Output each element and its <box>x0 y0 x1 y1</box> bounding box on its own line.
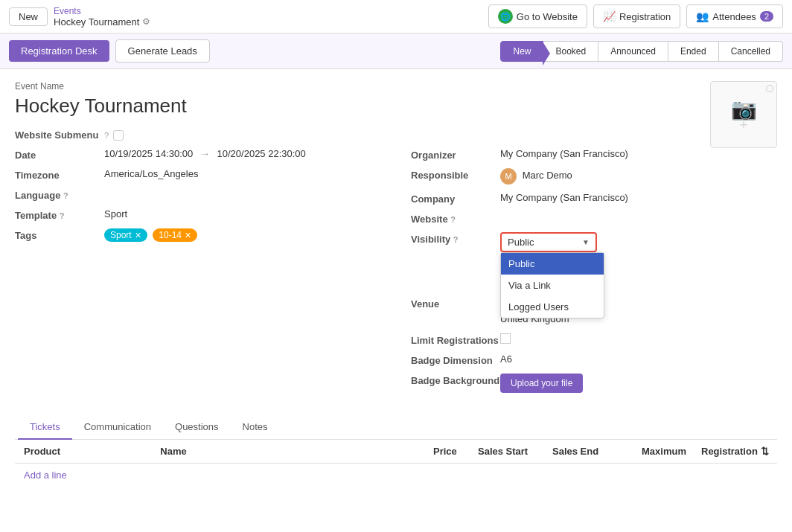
top-actions: 🌐 Go to Website 📈 Registration 👥 Attende… <box>488 4 783 28</box>
template-label: Template ? <box>15 208 104 221</box>
template-field-row: Template ? Sport <box>15 208 381 221</box>
event-name-label: Event Name <box>15 81 777 92</box>
website-submenu-checkbox[interactable] <box>113 130 124 141</box>
status-bar: New Booked Announced Ended Cancelled <box>500 41 783 62</box>
upload-file-button[interactable]: Upload your file <box>500 374 583 393</box>
new-button[interactable]: New <box>9 7 48 26</box>
col-reg-header: Registration ⇅ <box>701 446 768 457</box>
top-bar: New Events Hockey Tournament ⚙ 🌐 Go to W… <box>0 0 792 33</box>
tags-label: Tags <box>15 228 104 241</box>
add-line-button[interactable]: Add a line <box>15 464 777 487</box>
limit-reg-checkbox[interactable] <box>500 333 511 344</box>
language-field-row: Language ? <box>15 188 381 201</box>
photo-placeholder[interactable]: 📷 ＋ <box>710 81 777 148</box>
website-submenu-help: ? <box>104 131 109 140</box>
tags-value: Sport ✕ 10-14 ✕ <box>104 228 200 242</box>
col-product-header: Product <box>24 446 160 457</box>
date-field-row: Date 10/19/2025 14:30:00 → 10/20/2025 22… <box>15 148 381 161</box>
company-label: Company <box>411 192 500 205</box>
date-label: Date <box>15 148 104 161</box>
status-steps: New Booked Announced Ended Cancelled <box>500 41 783 62</box>
website-help: ? <box>450 215 456 224</box>
dropdown-option-logged-users[interactable]: Logged Users <box>501 296 604 318</box>
visibility-label: Visibility ? <box>411 232 500 245</box>
gear-icon[interactable]: ⚙ <box>142 16 150 27</box>
visibility-dropdown: Public Via a Link Logged Users <box>500 252 604 318</box>
visibility-selected-value: Public <box>508 237 534 248</box>
visibility-wrapper: Public ▼ Public Via a Link Logged Users <box>500 232 597 252</box>
responsible-label: Responsible <box>411 168 500 181</box>
organizer-value[interactable]: My Company (San Francisco) <box>500 148 628 159</box>
goto-website-button[interactable]: 🌐 Go to Website <box>488 4 587 28</box>
dropdown-caret: ▼ <box>582 238 590 246</box>
breadcrumb-parent[interactable]: Events <box>54 6 150 16</box>
timezone-field-row: Timezone America/Los_Angeles <box>15 168 381 181</box>
date-arrow: → <box>200 148 210 159</box>
visibility-select[interactable]: Public ▼ <box>500 232 597 252</box>
organizer-label: Organizer <box>411 148 500 161</box>
status-new[interactable]: New <box>500 41 543 62</box>
breadcrumb-current: Hockey Tournament ⚙ <box>54 16 150 28</box>
tab-questions[interactable]: Questions <box>163 415 231 440</box>
dropdown-option-public[interactable]: Public <box>501 253 604 275</box>
col-reg-sort-icon[interactable]: ⇅ <box>761 446 769 457</box>
timezone-value[interactable]: America/Los_Angeles <box>104 168 198 179</box>
col-price-header: Price <box>433 446 478 457</box>
language-help: ? <box>63 191 68 200</box>
organizer-field-row: Organizer My Company (San Francisco) <box>411 148 777 161</box>
language-label: Language ? <box>15 188 104 201</box>
dropdown-option-via-link[interactable]: Via a Link <box>501 275 604 296</box>
tabs-bar: Tickets Communication Questions Notes <box>15 415 777 440</box>
tab-communication[interactable]: Communication <box>72 415 163 440</box>
col-sales-start-header: Sales Start <box>478 446 552 457</box>
col-max-header: Maximum <box>642 446 701 457</box>
visibility-help: ? <box>453 235 459 244</box>
status-announced[interactable]: Announced <box>598 41 668 62</box>
add-photo-icon: ＋ <box>737 115 750 133</box>
attendees-button[interactable]: 👥 Attendees 2 <box>686 4 783 28</box>
breadcrumb: Events Hockey Tournament ⚙ <box>54 6 150 28</box>
tag-1014-remove[interactable]: ✕ <box>185 231 191 240</box>
website-submenu-label: Website Submenu <box>15 129 104 141</box>
goto-website-label: Go to Website <box>517 11 578 22</box>
action-bar: Registration Desk Generate Leads New Boo… <box>0 33 792 69</box>
date-value[interactable]: 10/19/2025 14:30:00 → 10/20/2025 22:30:0… <box>104 148 306 159</box>
main-content: 📷 ＋ Event Name Hockey Tournament Website… <box>0 69 792 499</box>
timezone-label: Timezone <box>15 168 104 181</box>
website-label: Website ? <box>411 212 500 225</box>
status-cancelled[interactable]: Cancelled <box>719 41 783 62</box>
tag-sport[interactable]: Sport ✕ <box>104 228 147 242</box>
col-name-header: Name <box>160 446 433 457</box>
tab-tickets[interactable]: Tickets <box>18 415 72 440</box>
form-left: Date 10/19/2025 14:30:00 → 10/20/2025 22… <box>15 148 381 400</box>
limit-reg-field-row: Limit Registrations <box>411 333 777 346</box>
status-booked[interactable]: Booked <box>543 41 598 62</box>
responsible-value[interactable]: M Marc Demo <box>500 168 572 185</box>
status-ended[interactable]: Ended <box>668 41 719 62</box>
photo-toggle <box>766 85 773 92</box>
company-value[interactable]: My Company (San Francisco) <box>500 192 628 203</box>
badge-dim-label: Badge Dimension <box>411 353 500 366</box>
col-sales-end-header: Sales End <box>552 446 642 457</box>
people-icon: 👥 <box>696 10 709 22</box>
template-value[interactable]: Sport <box>104 208 127 219</box>
badge-dim-field-row: Badge Dimension A6 <box>411 353 777 366</box>
tag-1014[interactable]: 10-14 ✕ <box>153 228 197 242</box>
responsible-field-row: Responsible M Marc Demo <box>411 168 777 185</box>
registration-label: Registration <box>619 11 671 22</box>
tab-notes[interactable]: Notes <box>231 415 280 440</box>
venue-label: Venue <box>411 297 500 310</box>
form-grid: Date 10/19/2025 14:30:00 → 10/20/2025 22… <box>15 148 777 400</box>
attendees-label: Attendees <box>712 11 756 22</box>
registration-button[interactable]: 📈 Registration <box>593 4 680 28</box>
tags-field-row: Tags Sport ✕ 10-14 ✕ <box>15 228 381 242</box>
tag-sport-remove[interactable]: ✕ <box>135 231 141 240</box>
form-right: Organizer My Company (San Francisco) Res… <box>411 148 777 400</box>
registration-desk-button[interactable]: Registration Desk <box>9 40 109 62</box>
event-title[interactable]: Hockey Tournament <box>15 94 777 118</box>
visibility-field-row: Visibility ? Public ▼ Public Via a Link … <box>411 232 777 252</box>
badge-dim-value[interactable]: A6 <box>500 353 512 365</box>
generate-leads-button[interactable]: Generate Leads <box>115 39 210 63</box>
limit-reg-label: Limit Registrations <box>411 333 500 346</box>
template-help: ? <box>60 211 65 220</box>
